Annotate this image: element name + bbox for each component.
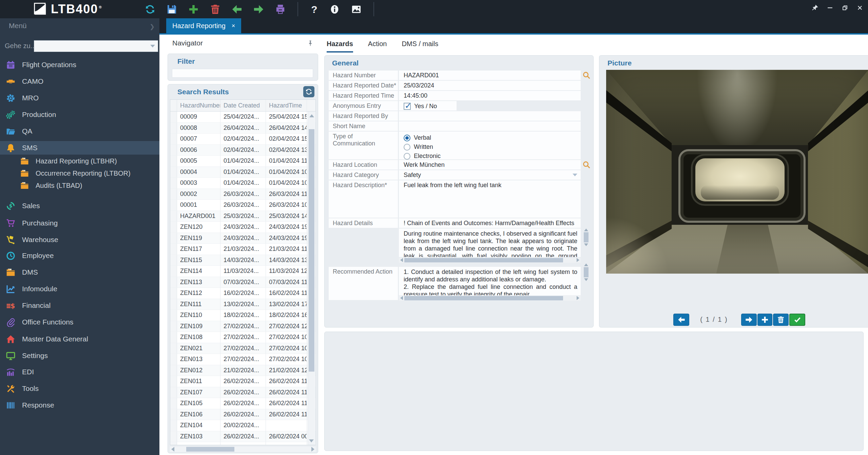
row-selector[interactable] — [170, 387, 177, 398]
sidebar-item-qa[interactable]: QA — [0, 124, 159, 138]
sidebar-item-occurrence-reporting-ltbor[interactable]: Occurrence Reporting (LTBOR) — [0, 167, 159, 179]
row-selector[interactable] — [170, 376, 177, 387]
pin-icon[interactable] — [812, 4, 818, 11]
row-selector[interactable] — [170, 189, 177, 200]
row-selector[interactable] — [170, 255, 177, 266]
column-header-date-created[interactable]: Date Created — [220, 100, 266, 111]
row-selector[interactable] — [170, 145, 177, 156]
refresh-icon[interactable] — [145, 4, 155, 15]
row-selector[interactable] — [170, 442, 177, 445]
table-row[interactable]: ZEN11216/02/2024...16/02/2024 11: — [170, 288, 315, 299]
recommended-horizontal-scrollbar[interactable] — [399, 296, 581, 301]
sidebar-item-settings[interactable]: Settings — [0, 349, 159, 362]
sidebar-item-audits-ltbad[interactable]: Audits (LTBAD) — [0, 180, 159, 191]
row-selector[interactable] — [170, 343, 177, 354]
reported-time-field[interactable]: 14:45:00 — [399, 91, 581, 100]
table-row[interactable]: ZEN10927/02/2024...27/02/2024 12: — [170, 321, 315, 332]
sidebar-item-edi[interactable]: EDI — [0, 365, 159, 379]
row-selector[interactable] — [170, 112, 177, 122]
sidebar-item-production[interactable]: Production — [0, 108, 159, 121]
row-selector[interactable] — [170, 365, 177, 376]
sidebar-item-employee[interactable]: Employee — [0, 249, 159, 262]
table-row[interactable]: ZEN10326/02/2024...26/02/2024 00: — [170, 431, 315, 442]
sidebar-item-purchasing[interactable]: Purchasing — [0, 216, 159, 230]
row-selector[interactable] — [170, 321, 177, 332]
row-selector[interactable] — [170, 178, 177, 189]
scroll-right-icon[interactable] — [577, 258, 579, 262]
table-row[interactable]: ZEN11411/03/2024...11/03/2024 12: — [170, 266, 315, 277]
row-selector[interactable] — [170, 409, 177, 420]
sidebar-item-tools[interactable]: Tools — [0, 382, 159, 395]
table-row[interactable]: ZEN01221/02/2024...21/02/2024 12: — [170, 365, 315, 376]
table-row[interactable]: 0000702/04/2024...02/04/2024 15: — [170, 134, 315, 145]
recommended-vertical-scrollbar[interactable] — [582, 263, 590, 281]
details-horizontal-scrollbar[interactable] — [399, 258, 581, 263]
scroll-right-icon[interactable] — [311, 447, 314, 452]
row-selector[interactable] — [170, 266, 177, 277]
scroll-down-icon[interactable] — [309, 439, 314, 442]
back-icon[interactable] — [232, 4, 242, 15]
anonymous-checkbox[interactable]: ✓ — [404, 103, 411, 110]
row-selector[interactable] — [170, 134, 177, 144]
scroll-left-icon[interactable] — [400, 296, 403, 300]
table-row[interactable]: ZEN10420/02/2024... — [170, 420, 315, 431]
tab-dms-mails[interactable]: DMS / mails — [402, 40, 438, 53]
sidebar-item-warehouse[interactable]: Warehouse — [0, 233, 159, 246]
sidebar-item-mro[interactable]: MRO — [0, 91, 159, 105]
sidebar-item-flight-operations[interactable]: Flight Operations — [0, 58, 159, 72]
row-selector[interactable] — [170, 156, 177, 166]
details-vertical-scrollbar[interactable] — [582, 229, 590, 246]
sidebar-item-sms[interactable]: SMS — [0, 141, 159, 155]
sidebar-item-sales[interactable]: $Sales — [0, 199, 159, 213]
row-selector[interactable] — [170, 398, 177, 409]
row-selector[interactable] — [170, 244, 177, 255]
row-selector[interactable] — [170, 123, 177, 134]
table-row[interactable]: ZEN11514/03/2024...14/03/2024 13: — [170, 255, 315, 266]
sidebar-collapse-icon[interactable]: ❯ — [150, 23, 155, 31]
sidebar-item-infomodule[interactable]: Infomodule — [0, 282, 159, 296]
table-row[interactable]: ZEN01126/02/2024...26/02/2024 11: — [170, 376, 315, 387]
column-header-hazardtime[interactable]: HazardTime — [266, 100, 307, 111]
short-name-field[interactable] — [399, 121, 581, 131]
pin-icon[interactable] — [307, 40, 314, 47]
table-row[interactable]: ZEN11113/02/2024...13/02/2024 17: — [170, 299, 315, 310]
table-row[interactable]: HAZARD00125/03/2024...25/03/2024 14: — [170, 211, 315, 222]
minimize-icon[interactable] — [827, 4, 833, 11]
category-dropdown[interactable]: Safety — [399, 170, 581, 180]
table-row[interactable]: ZEN10726/02/2024...26/02/2024 11: — [170, 387, 315, 398]
reported-by-field[interactable] — [399, 111, 581, 121]
help-icon[interactable]: ? — [310, 4, 318, 15]
table-row[interactable]: ZEN11721/03/2024...21/03/2024 11: — [170, 244, 315, 255]
add-icon[interactable] — [188, 4, 199, 15]
scroll-up-icon[interactable] — [309, 114, 314, 117]
tab-hazard-reporting[interactable]: Hazard Reporting × — [166, 18, 241, 33]
row-selector[interactable] — [170, 354, 177, 365]
row-selector[interactable] — [170, 332, 177, 343]
table-row[interactable]: ZEN10626/02/2024...26/02/2024 11: — [170, 409, 315, 420]
table-row[interactable]: 0000401/04/2024...01/04/2024 10: — [170, 167, 315, 178]
scroll-down-icon[interactable] — [584, 278, 588, 281]
radio-button-icon[interactable] — [404, 135, 410, 141]
radio-verbal[interactable]: Verbal — [404, 134, 577, 141]
scroll-down-icon[interactable] — [584, 243, 588, 246]
scroll-up-icon[interactable] — [584, 229, 588, 231]
sidebar-item-financial[interactable]: $Financial — [0, 299, 159, 312]
tab-hazards[interactable]: Hazards — [327, 40, 353, 53]
table-row[interactable]: 0000602/04/2024...02/04/2024 13: — [170, 145, 315, 156]
scroll-up-icon[interactable] — [584, 263, 588, 266]
hazard-number-field[interactable]: HAZARD001 — [399, 71, 581, 80]
scrollbar-thumb[interactable] — [309, 129, 314, 372]
details-textarea[interactable]: During routine maintenance checks, I obs… — [399, 229, 581, 257]
table-row[interactable]: ZEN10226/02/2024...26/02/2024 11: — [170, 442, 315, 445]
column-header-hazardnumber[interactable]: HazardNumber — [177, 100, 220, 111]
table-row[interactable]: ZEN02127/02/2024...27/02/2024 10: — [170, 343, 315, 354]
goto-dropdown[interactable] — [34, 40, 158, 52]
restore-icon[interactable] — [842, 4, 848, 11]
sidebar-item-office-functions[interactable]: Office Functions — [0, 315, 159, 329]
table-row[interactable]: 0000126/03/2024...26/03/2024 10: — [170, 200, 315, 211]
row-selector[interactable] — [170, 288, 177, 299]
add-picture-button[interactable] — [757, 314, 772, 326]
details-header-field[interactable]: ! Chain of Events and Outcomes: Harm/Dam… — [399, 218, 581, 228]
scroll-left-icon[interactable] — [171, 447, 174, 452]
search-icon[interactable] — [582, 161, 591, 169]
